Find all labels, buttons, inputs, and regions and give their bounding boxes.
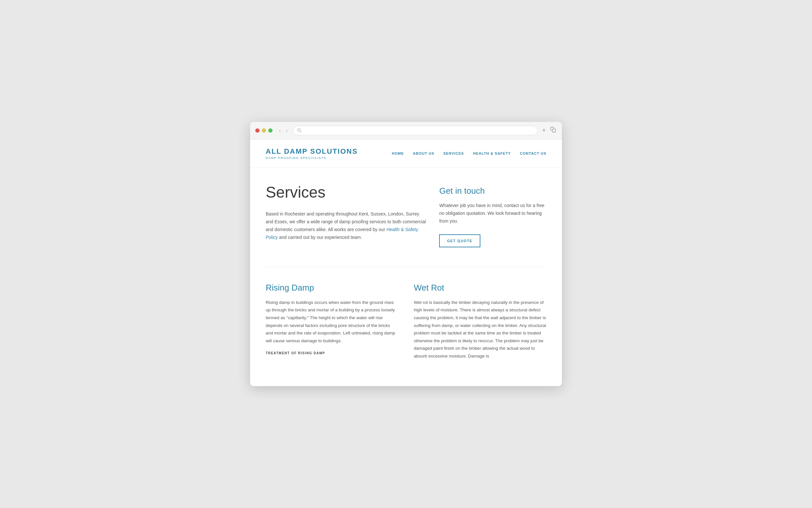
intro-text-after: and carried out by our experienced team.	[278, 235, 362, 240]
site-header: ALL DAMP SOLUTIONS DAMP PROOFING SPECIAL…	[250, 139, 562, 168]
get-in-touch-text: Whatever job you have in mind, contact u…	[439, 202, 546, 225]
dot-yellow[interactable]	[262, 128, 266, 133]
rising-damp-title: Rising Damp	[266, 283, 398, 293]
search-bar-wrapper	[293, 126, 538, 135]
main-content: Services Based in Rochester and operatin…	[250, 168, 562, 386]
wet-rot-text: Wet rot is basically the timber decaying…	[414, 299, 546, 360]
search-input[interactable]	[293, 126, 538, 135]
rising-damp-text: Rising damp in buildings occurs when wat…	[266, 299, 398, 345]
svg-rect-2	[553, 129, 556, 132]
search-icon	[297, 128, 301, 133]
page-title: Services	[266, 183, 426, 201]
intro-paragraph: Based in Rochester and operating through…	[266, 210, 426, 241]
new-tab-button[interactable]: +	[541, 126, 546, 134]
rising-damp-card: Rising Damp Rising damp in buildings occ…	[266, 283, 398, 373]
browser-chrome: ‹ › +	[250, 122, 562, 139]
dot-red[interactable]	[255, 128, 259, 133]
forward-arrow-icon[interactable]: ›	[285, 127, 289, 134]
browser-window: ‹ › + ALL DAM	[250, 122, 562, 386]
back-arrow-icon[interactable]: ‹	[278, 127, 282, 134]
get-in-touch-panel: Get in touch Whatever job you have in mi…	[439, 183, 546, 247]
nav-about[interactable]: ABOUT US	[413, 152, 434, 155]
site-logo: ALL DAMP SOLUTIONS DAMP PROOFING SPECIAL…	[266, 147, 357, 160]
browser-nav: ‹ ›	[278, 127, 289, 134]
dot-green[interactable]	[268, 128, 273, 133]
site-nav: HOME ABOUT US SERVICES HEALTH & SAFETY C…	[392, 152, 546, 155]
rising-damp-link[interactable]: TREATMENT OF RISING DAMP	[266, 351, 325, 355]
get-quote-button[interactable]: GET QUOTE	[439, 234, 480, 247]
svg-line-1	[300, 131, 301, 132]
browser-actions: +	[541, 126, 557, 135]
services-intro: Services Based in Rochester and operatin…	[266, 183, 426, 247]
section-divider	[266, 267, 546, 267]
wet-rot-title: Wet Rot	[414, 283, 546, 293]
logo-sub-text: DAMP PROOFING SPECIALISTS	[266, 156, 357, 160]
nav-services[interactable]: SERVICES	[443, 152, 464, 155]
get-in-touch-title: Get in touch	[439, 186, 546, 196]
copy-button[interactable]	[550, 126, 557, 135]
browser-dots	[255, 128, 273, 133]
logo-main-text: ALL DAMP SOLUTIONS	[266, 147, 357, 156]
services-grid: Rising Damp Rising damp in buildings occ…	[266, 283, 546, 373]
wet-rot-card: Wet Rot Wet rot is basically the timber …	[414, 283, 546, 373]
website-content: ALL DAMP SOLUTIONS DAMP PROOFING SPECIAL…	[250, 139, 562, 386]
top-section: Services Based in Rochester and operatin…	[266, 183, 546, 247]
nav-health[interactable]: HEALTH & SAFETY	[473, 152, 511, 155]
nav-home[interactable]: HOME	[392, 152, 404, 155]
nav-contact[interactable]: CONTACT US	[520, 152, 546, 155]
